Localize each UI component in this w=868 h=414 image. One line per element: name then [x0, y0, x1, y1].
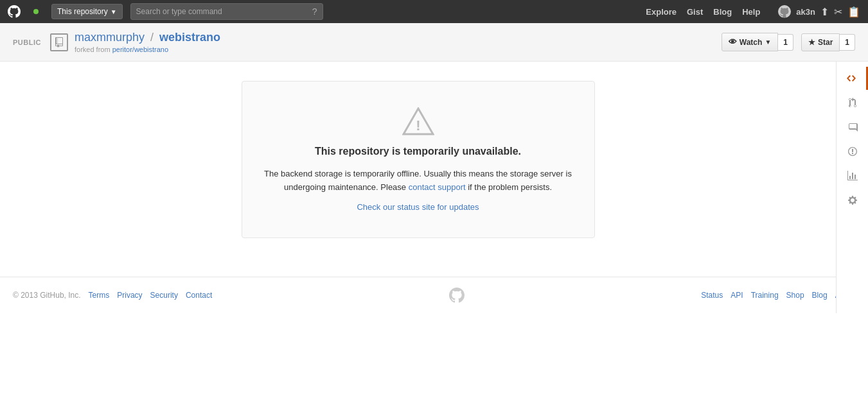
- fork-info: forked from peritor/webistrano: [75, 46, 220, 53]
- repo-icon: [50, 33, 68, 51]
- avatar[interactable]: [778, 5, 791, 18]
- sidebar-wiki-icon[interactable]: [841, 116, 864, 139]
- eye-icon: 👁: [729, 37, 737, 47]
- public-badge: PUBLIC: [13, 39, 41, 46]
- repo-name-link[interactable]: webistrano: [159, 31, 220, 44]
- star-count[interactable]: 1: [840, 34, 855, 51]
- footer-contact-link[interactable]: Contact: [186, 291, 212, 300]
- github-logo[interactable]: [8, 5, 21, 18]
- error-description: The backend storage is temporarily offli…: [261, 168, 575, 194]
- star-button-group: ★ Star 1: [801, 33, 855, 51]
- repo-header: PUBLIC maxmmurphy / webistrano forked fr…: [0, 23, 868, 62]
- sidebar-pullrequests-icon[interactable]: [841, 91, 864, 114]
- sidebar-code-icon[interactable]: [837, 67, 868, 90]
- watch-button-group: 👁 Watch ▼ 1: [722, 33, 793, 51]
- footer-right: Status API Training Shop Blog About: [701, 291, 855, 300]
- sidebar-graphs-icon[interactable]: [841, 164, 864, 187]
- chevron-icon: ▼: [765, 39, 771, 46]
- main-content: ! This repository is temporarily unavail…: [0, 62, 836, 251]
- repo-title: maxmmurphy / webistrano: [75, 31, 220, 44]
- nav-link-blog[interactable]: Blog: [713, 7, 732, 17]
- nav-link-help[interactable]: Help: [742, 7, 760, 17]
- watch-button[interactable]: 👁 Watch ▼: [722, 33, 778, 51]
- footer-api-link[interactable]: API: [731, 291, 743, 300]
- fork-source-link[interactable]: peritor/webistrano: [112, 46, 168, 53]
- repo-info: PUBLIC maxmmurphy / webistrano forked fr…: [13, 31, 220, 53]
- footer-security-link[interactable]: Security: [150, 291, 178, 300]
- footer-training-link[interactable]: Training: [751, 291, 779, 300]
- search-input[interactable]: [136, 7, 307, 16]
- footer-shop-link[interactable]: Shop: [786, 291, 804, 300]
- nav-user-area: ak3n ⬆ ✂ 📋: [778, 5, 860, 18]
- status-site-link[interactable]: Check our status site for updates: [357, 202, 479, 212]
- sidebar-pulse-icon[interactable]: [841, 140, 864, 163]
- contact-support-link[interactable]: contact support: [409, 182, 466, 192]
- nav-links: Explore Gist Blog Help: [646, 7, 760, 17]
- repo-owner-link[interactable]: maxmmurphy: [75, 31, 145, 44]
- username-label[interactable]: ak3n: [796, 7, 815, 17]
- warning-triangle-icon: !: [402, 107, 434, 135]
- footer-terms-link[interactable]: Terms: [89, 291, 110, 300]
- nav-link-explore[interactable]: Explore: [646, 7, 677, 17]
- repo-actions: 👁 Watch ▼ 1 ★ Star 1: [722, 33, 855, 51]
- footer-status-link[interactable]: Status: [701, 291, 723, 300]
- main-layout: ! This repository is temporarily unavail…: [0, 62, 868, 251]
- chevron-down-icon: ▼: [111, 8, 117, 15]
- clipboard-icon[interactable]: 📋: [847, 6, 860, 18]
- search-bar[interactable]: ?: [130, 3, 323, 20]
- watch-count[interactable]: 1: [778, 34, 793, 51]
- footer-left: © 2013 GitHub, Inc. Terms Privacy Securi…: [13, 291, 212, 300]
- sidebar-settings-icon[interactable]: [841, 189, 864, 212]
- copyright-text: © 2013 GitHub, Inc.: [13, 291, 81, 300]
- star-icon: ★: [808, 38, 815, 47]
- footer-privacy-link[interactable]: Privacy: [117, 291, 142, 300]
- footer-logo: [449, 288, 465, 303]
- warning-icon-container: !: [261, 107, 575, 135]
- svg-text:!: !: [416, 117, 420, 134]
- nav-link-gist[interactable]: Gist: [687, 7, 703, 17]
- star-button[interactable]: ★ Star: [801, 33, 840, 51]
- repo-selector[interactable]: This repository ▼: [51, 4, 123, 19]
- scissors-icon[interactable]: ✂: [834, 6, 842, 18]
- upload-icon[interactable]: ⬆: [820, 6, 829, 18]
- footer: © 2013 GitHub, Inc. Terms Privacy Securi…: [0, 277, 868, 313]
- sidebar: [836, 62, 868, 313]
- repo-selector-label: This repository: [57, 7, 108, 16]
- top-navigation: This repository ▼ ? Explore Gist Blog He…: [0, 0, 868, 23]
- question-icon: ?: [312, 6, 317, 17]
- error-title: This repository is temporarily unavailab…: [261, 146, 575, 157]
- error-box: ! This repository is temporarily unavail…: [242, 81, 595, 238]
- status-dot: [33, 9, 39, 14]
- footer-blog-link[interactable]: Blog: [812, 291, 828, 300]
